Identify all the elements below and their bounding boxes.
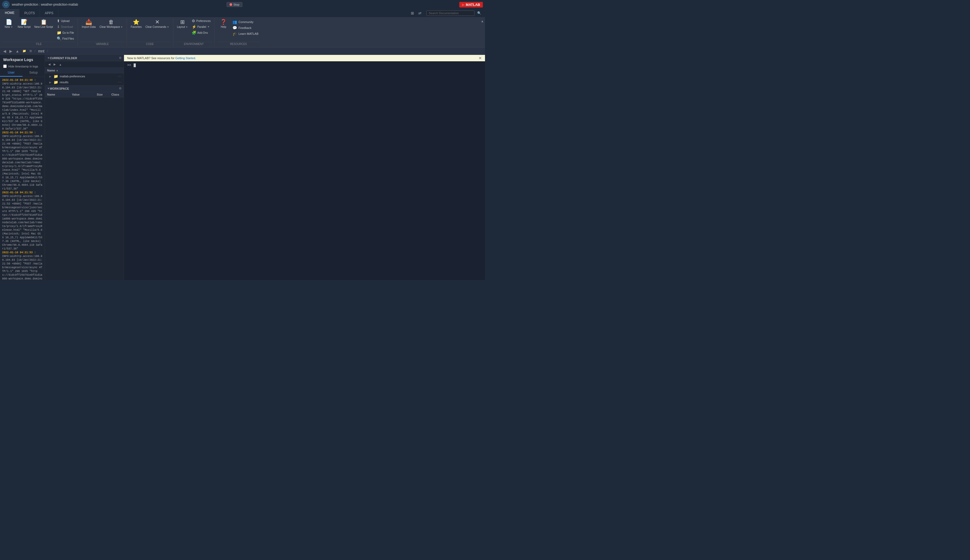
command-prompt: >> — [127, 63, 131, 67]
search-icon[interactable]: 🔍 — [476, 11, 483, 15]
log-entry: INFO:aiohttp.access:100.96.194.83 [10/Ja… — [2, 82, 43, 131]
addons-button[interactable]: 🧩 Add-Ons — [190, 30, 212, 35]
folder-back-btn[interactable]: ◀ — [47, 62, 52, 67]
stop-button[interactable]: Stop — [227, 2, 242, 7]
goto-file-button[interactable]: 📁 Go to File — [55, 30, 75, 35]
clear-workspace-button[interactable]: 🗑 Clear Workspace ▼ — [98, 18, 124, 30]
workspace-logs-title: Workspace Logs — [0, 55, 45, 63]
workspace-columns: Name Value Size Class — [45, 92, 124, 97]
folder-up-btn[interactable]: ▲ — [58, 62, 63, 67]
log-content[interactable]: 2022-01-10 04:21:48 :INFO:aiohttp.access… — [0, 77, 45, 280]
goto-file-icon: 📁 — [57, 30, 61, 35]
folder-item[interactable]: ▶ 📁 matlab-preferences ⋯ — [45, 73, 124, 79]
parallel-button[interactable]: ⚡ Parallel ▼ — [190, 24, 212, 30]
community-icon: 👥 — [232, 20, 237, 24]
find-files-button[interactable]: 🔍 Find Files — [55, 36, 75, 41]
clear-workspace-icon: 🗑 — [109, 19, 114, 25]
new-dropdown-arrow: ▼ — [11, 26, 13, 28]
nav-forward-button[interactable]: ▶ — [8, 48, 13, 54]
sidebar-options: Hide timestamp in logs — [0, 63, 45, 69]
community-button[interactable]: 👥 Community — [231, 19, 260, 25]
folder-items: ▶ 📁 matlab-preferences ⋯ ▶ 📁 results ⋯ — [45, 73, 124, 85]
ribbon-content: 📄 New ▼ 📝 New Script 📋 New Live Script — [0, 17, 485, 47]
log-timestamp: 2022-01-10 04:21:52 : — [2, 191, 43, 195]
ribbon: HOME PLOTS APPS ⊞ ⇄ 🔍 📄 — [0, 9, 485, 47]
workspace-collapse-icon[interactable]: ▼ — [47, 87, 50, 90]
sort-asc-icon: ▲ — [56, 69, 58, 72]
ws-col-name: Name — [45, 92, 70, 97]
env-small-buttons: ⚙ Preferences ⚡ Parallel ▼ 🧩 Add-Ons — [190, 18, 212, 35]
new-script-button[interactable]: 📝 New Script — [16, 18, 32, 30]
collapse-ribbon-button[interactable]: ▲ — [481, 19, 484, 23]
hide-timestamp-label[interactable]: Hide timestamp in logs — [0, 63, 45, 69]
import-data-button[interactable]: 📥 Import Data — [80, 18, 97, 30]
command-window-body[interactable]: >> — [124, 61, 485, 280]
parallel-icon: ⚡ — [192, 25, 196, 29]
folder-toolbar: ◀ ▶ ▲ — [45, 61, 124, 68]
expand-icon: ▶ — [49, 75, 52, 78]
parallel-arrow: ▼ — [207, 25, 210, 28]
new-live-script-button[interactable]: 📋 New Live Script — [33, 18, 54, 30]
nav-back-button[interactable]: ◀ — [2, 48, 7, 54]
clear-commands-button[interactable]: ✕ Clear Commands ▼ — [144, 18, 171, 30]
folder-item[interactable]: ▶ 📁 results ⋯ — [45, 79, 124, 85]
nav-up-button[interactable]: ▲ — [15, 48, 20, 54]
matlab-logo: ▶MATLAB — [459, 2, 483, 7]
workspace-header: ▼ WORKSPACE ⚙ — [45, 85, 124, 92]
log-timestamp: 2022-01-10 04:21:50 : — [2, 131, 43, 135]
new-button-group: 📄 New ▼ — [2, 18, 15, 30]
addons-icon: 🧩 — [192, 30, 196, 35]
preferences-button[interactable]: ⚙ Preferences — [190, 18, 212, 23]
download-button[interactable]: ⬇ Download — [55, 24, 75, 30]
command-cursor[interactable] — [134, 63, 136, 67]
current-folder-settings-icon[interactable]: ⚙ — [119, 56, 122, 60]
main-content: Workspace Logs Hide timestamp in logs Us… — [0, 55, 485, 280]
middle-panel: ▼ CURRENT FOLDER ⚙ ◀ ▶ ▲ Name ▲ — [45, 55, 124, 280]
tab-setup[interactable]: Setup — [22, 69, 45, 77]
tab-plots[interactable]: PLOTS — [20, 9, 40, 17]
clear-commands-icon: ✕ — [155, 19, 160, 25]
switch-icon[interactable]: ⇄ — [417, 10, 423, 16]
notification-close-button[interactable]: ✕ — [479, 56, 482, 60]
feedback-button[interactable]: 💬 Feedback — [231, 25, 260, 30]
workspace-panel: ▼ WORKSPACE ⚙ Name Value Size Class — [45, 85, 124, 97]
learn-matlab-button[interactable]: 🎓 Learn MATLAB — [231, 31, 260, 37]
nav-path-mnt[interactable]: mnt — [37, 48, 45, 54]
favorites-button[interactable]: ⭐ Favorites — [129, 18, 143, 30]
workspace-logs-panel: Workspace Logs Hide timestamp in logs Us… — [0, 55, 45, 280]
download-icon: ⬇ — [57, 25, 60, 29]
tab-apps[interactable]: APPS — [40, 9, 58, 17]
current-folder-collapse-icon[interactable]: ▼ — [47, 57, 50, 60]
folder-item-name: results — [60, 80, 116, 84]
folder-column-header: Name ▲ — [45, 68, 124, 73]
resource-links: 👥 Community 💬 Feedback 🎓 Learn MATLAB — [231, 18, 260, 37]
nav-browse-button[interactable]: 📁 — [22, 49, 27, 53]
new-script-icon: 📝 — [21, 19, 28, 25]
new-to-matlab-notification: New to MATLAB? See resources for Getting… — [124, 55, 485, 61]
navbar: ◀ ▶ ▲ 📁 ⊞ / mnt / — [0, 47, 485, 55]
workspace-settings-icon[interactable]: ⚙ — [119, 87, 122, 90]
ribbon-tools: ⊞ ⇄ 🔍 — [409, 9, 485, 17]
folder-item-name: matlab-preferences — [60, 75, 116, 78]
folder-item-icon: 📁 — [53, 80, 58, 84]
current-folder-title: CURRENT FOLDER — [50, 57, 77, 60]
tab-home[interactable]: HOME — [0, 9, 20, 17]
tab-user[interactable]: User — [0, 69, 22, 77]
folder-item-icon: 📁 — [53, 74, 58, 78]
layout-toggle-icon[interactable]: ⊞ — [409, 10, 416, 16]
upload-icon: ⬆ — [57, 19, 60, 23]
help-button[interactable]: ❓ Help — [217, 18, 230, 30]
layout-button[interactable]: ⊞ Layout ▼ — [175, 18, 190, 30]
folder-item-menu[interactable]: ⋯ — [118, 80, 122, 84]
titlebar: ⬡ weather-prediction : weather-predictio… — [0, 0, 485, 9]
hide-timestamp-checkbox[interactable] — [3, 65, 7, 68]
new-button[interactable]: 📄 New ▼ — [2, 18, 15, 30]
search-documentation-input[interactable] — [426, 10, 474, 16]
nav-history-button[interactable]: ⊞ — [28, 49, 33, 53]
nav-path-separator1: / — [34, 49, 36, 53]
upload-button[interactable]: ⬆ Upload — [55, 18, 75, 23]
import-icon: 📥 — [85, 19, 92, 25]
getting-started-link[interactable]: Getting Started. — [175, 57, 196, 60]
folder-forward-btn[interactable]: ▶ — [52, 62, 57, 67]
folder-item-menu[interactable]: ⋯ — [118, 74, 122, 78]
